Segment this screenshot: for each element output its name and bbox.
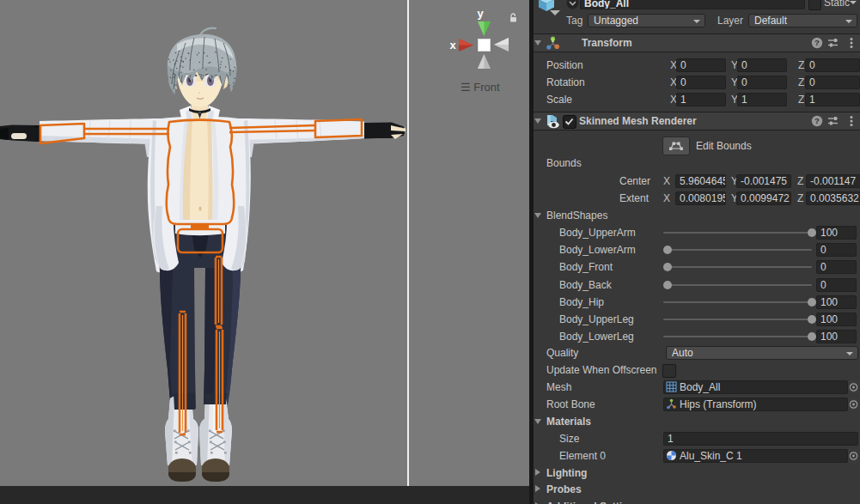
svg-text:x: x — [449, 39, 456, 52]
svg-text:?: ? — [814, 116, 820, 125]
svg-text:y: y — [477, 7, 484, 20]
svg-text:?: ? — [814, 38, 820, 47]
